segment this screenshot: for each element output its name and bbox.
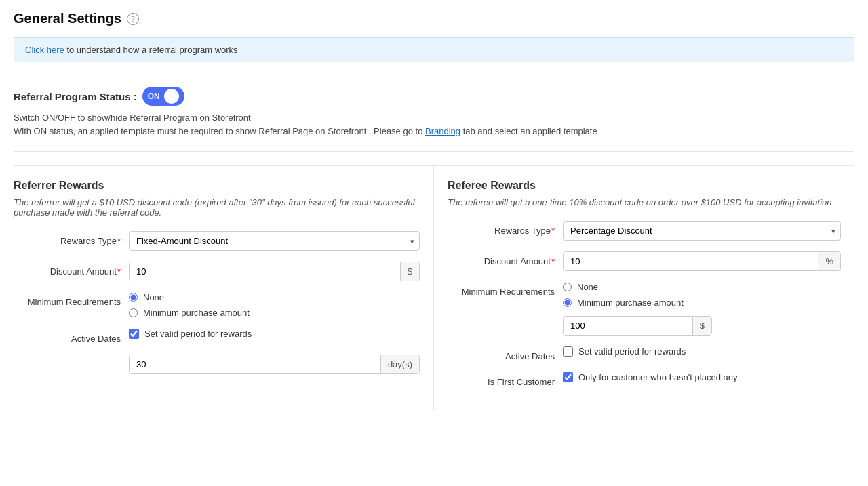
referrer-min-req-label: Minimum Requirements [14,292,129,307]
required-star4: * [551,256,555,266]
referee-is-first-customer-row: Is First Customer Only for customer who … [448,372,841,387]
status-section: Referral Program Status : ON Switch ON/O… [14,76,854,152]
info-banner-link[interactable]: Click here [25,45,64,55]
referee-min-req-purchase[interactable]: Minimum purchase amount [563,298,841,308]
referrer-days-input-group: day(s) [129,355,420,374]
referee-min-req-purchase-radio[interactable] [563,298,572,307]
referee-discount-unit: % [818,252,840,270]
referee-is-first-customer-text: Only for customer who hasn't placed any [578,372,737,382]
referee-active-dates-control: Set valid period for rewards [563,346,841,357]
help-icon[interactable]: ? [127,13,139,25]
referee-discount-input-group: % [563,251,841,271]
referrer-rewards-type-label: Rewards Type* [14,231,129,246]
referrer-active-dates-checkbox-row: Set valid period for rewards [129,329,420,339]
referrer-min-req-purchase[interactable]: Minimum purchase amount [129,308,420,318]
referrer-days-input[interactable] [130,355,380,373]
referrer-min-req-none-radio[interactable] [129,293,138,302]
referrer-min-req-purchase-radio[interactable] [129,308,138,317]
referrer-rewards-type-select[interactable]: Fixed-Amount Discount [129,231,420,251]
referee-discount-input[interactable] [564,252,818,270]
referrer-rewards-type-row: Rewards Type* Fixed-Amount Discount ▾ [14,231,420,251]
referrer-active-dates-row: Active Dates Set valid period for reward… [14,329,420,344]
referee-min-req-purchase-label: Minimum purchase amount [577,298,684,308]
referee-active-dates-label: Active Dates [448,346,563,361]
status-row: Referral Program Status : ON [14,87,854,106]
page-title-row: General Settings ? [14,11,854,26]
referrer-rewards-col: Referrer Rewards The referrer will get a… [14,166,434,411]
referrer-active-dates-text: Set valid period for rewards [144,329,252,339]
referrer-rewards-desc: The referrer will get a $10 USD discount… [14,197,420,218]
referrer-discount-input-group: $ [129,262,420,281]
rewards-grid: Referrer Rewards The referrer will get a… [14,165,854,411]
toggle-knob [164,89,179,104]
referee-min-req-none-radio[interactable] [563,283,572,291]
referral-toggle[interactable]: ON [142,87,184,106]
referrer-active-dates-label: Active Dates [14,329,129,344]
referee-min-purchase-input[interactable] [564,317,692,335]
referee-is-first-customer-checkbox[interactable] [563,372,573,382]
referrer-min-req-none-label: None [143,292,164,302]
referee-active-dates-checkbox-row: Set valid period for rewards [563,346,841,357]
referrer-days-row: day(s) [14,355,420,374]
referrer-days-label-empty [14,355,129,359]
referee-min-purchase-unit: $ [692,317,711,335]
referrer-min-req-control: None Minimum purchase amount [129,292,420,318]
branding-link[interactable]: Branding [425,126,460,136]
status-desc2: With ON status, an applied template must… [14,125,854,138]
referee-min-req-none[interactable]: None [563,282,841,292]
referrer-discount-amount-row: Discount Amount* $ [14,262,420,281]
required-star3: * [551,226,555,236]
referee-rewards-type-select[interactable]: Percentage Discount [563,221,841,241]
toggle-text: ON [148,92,160,101]
referrer-min-req-row: Minimum Requirements None Minimum purcha… [14,292,420,318]
referee-active-dates-text: Set valid period for rewards [578,346,686,357]
referee-is-first-customer-label: Is First Customer [448,372,563,387]
desc2-prefix: With ON status, an applied template must… [14,126,425,136]
referee-active-dates-checkbox[interactable] [563,346,573,357]
referee-discount-amount-control: % [563,251,841,271]
referee-rewards-col: Referee Rewards The referee will get a o… [434,166,854,411]
referee-discount-amount-label: Discount Amount* [448,251,563,266]
referrer-days-unit: day(s) [380,355,419,373]
referrer-min-req-none[interactable]: None [129,292,420,302]
referrer-discount-amount-label: Discount Amount* [14,262,129,277]
referrer-days-control: day(s) [129,355,420,374]
required-star: * [117,236,121,246]
referrer-active-dates-control: Set valid period for rewards [129,329,420,339]
referee-is-first-customer-checkbox-row: Only for customer who hasn't placed any [563,372,841,382]
referrer-min-req-purchase-label: Minimum purchase amount [143,308,250,318]
referrer-rewards-type-control: Fixed-Amount Discount ▾ [129,231,420,251]
page-container: General Settings ? Click here to underst… [0,0,868,422]
referrer-rewards-title: Referrer Rewards [14,180,420,192]
required-star2: * [117,266,121,277]
referee-min-req-row: Minimum Requirements None Minimum purcha… [448,282,841,336]
referrer-discount-amount-control: $ [129,262,420,281]
referrer-discount-unit: $ [400,262,419,281]
referee-min-req-label: Minimum Requirements [448,282,563,297]
referee-rewards-type-label: Rewards Type* [448,221,563,236]
referee-rewards-title: Referee Rewards [448,180,841,192]
info-banner: Click here to understand how a referral … [14,37,854,62]
referee-min-req-none-label: None [577,282,598,292]
referee-active-dates-row: Active Dates Set valid period for reward… [448,346,841,361]
page-title: General Settings [14,11,121,26]
referrer-discount-input[interactable] [130,262,400,281]
referrer-active-dates-checkbox[interactable] [129,329,139,339]
referee-rewards-type-row: Rewards Type* Percentage Discount ▾ [448,221,841,241]
referee-rewards-type-control: Percentage Discount ▾ [563,221,841,241]
referee-rewards-desc: The referee will get a one-time 10% disc… [448,197,841,207]
info-banner-text: to understand how a referral program wor… [64,45,238,55]
referee-discount-amount-row: Discount Amount* % [448,251,841,271]
referee-is-first-customer-control: Only for customer who hasn't placed any [563,372,841,382]
referee-min-req-control: None Minimum purchase amount $ [563,282,841,336]
referee-min-purchase-input-group: $ [563,316,712,336]
desc2-suffix: tab and select an applied template [460,126,597,136]
status-desc1: Switch ON/OFF to show/hide Referral Prog… [14,111,854,125]
status-label: Referral Program Status : [14,91,137,102]
